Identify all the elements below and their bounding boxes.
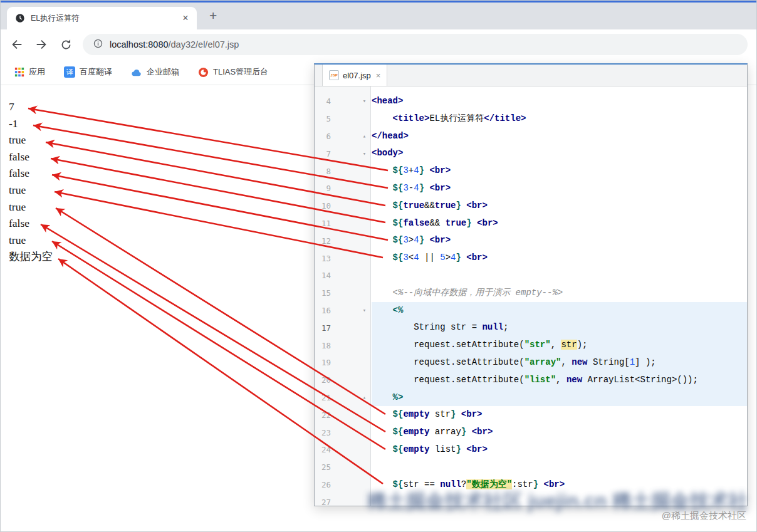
- code-line-4[interactable]: 4▾<head>: [315, 93, 747, 110]
- gutter-cell: 12: [315, 232, 372, 249]
- code-text: ${empty array} <br>: [372, 424, 747, 441]
- output-line: true: [9, 199, 53, 216]
- gutter-cell: 24: [315, 441, 372, 459]
- gutter-cell: 11: [315, 215, 372, 232]
- gutter-cell: 26: [315, 476, 372, 494]
- bookmark-label: TLIAS管理后台: [213, 66, 268, 78]
- code-line-21[interactable]: 21▴ %>: [315, 389, 747, 407]
- page-info-icon[interactable]: [93, 38, 103, 51]
- reload-button[interactable]: [58, 37, 73, 52]
- forward-button[interactable]: [34, 37, 49, 52]
- code-line-14[interactable]: 14: [315, 267, 747, 284]
- line-number: 23: [320, 428, 331, 437]
- code-text: <head>: [372, 93, 747, 110]
- gutter-cell: 16▾: [315, 302, 372, 320]
- page-favicon-icon: [15, 13, 25, 23]
- line-number: 12: [320, 236, 331, 246]
- code-line-24[interactable]: 24 ${empty list} <br>: [315, 441, 747, 459]
- code-text: <%--向域中存数据，用于演示 empty--%>: [372, 284, 747, 302]
- code-line-15[interactable]: 15 <%--向域中存数据，用于演示 empty--%>: [315, 284, 747, 302]
- fold-marker-icon[interactable]: ▾: [361, 98, 368, 105]
- line-number: 27: [320, 498, 331, 506]
- gutter-cell: 17: [315, 319, 372, 336]
- gutter-cell: 19: [315, 354, 372, 372]
- code-line-13[interactable]: 13 ${3<4 || 5>4} <br>: [315, 249, 747, 267]
- code-line-19[interactable]: 19 request.setAttribute("array", new Str…: [315, 354, 747, 372]
- line-number: 8: [320, 167, 331, 176]
- code-text: <body>: [372, 145, 747, 162]
- code-line-16[interactable]: 16▾ <%: [315, 302, 747, 320]
- bookmark-enterprise-mail[interactable]: 企业邮箱: [131, 66, 179, 78]
- url-host: localhost:8080: [110, 39, 169, 50]
- back-button[interactable]: [9, 37, 24, 52]
- gutter-cell: 23: [315, 424, 372, 441]
- code-line-11[interactable]: 11 ${false&& true} <br>: [315, 215, 747, 232]
- line-number: 14: [320, 271, 331, 280]
- code-line-9[interactable]: 9 ${3-4} <br>: [315, 180, 747, 197]
- tab-close-icon[interactable]: ×: [179, 13, 192, 24]
- editor[interactable]: 4▾<head>5 <title>EL执行运算符</title>6▴</head…: [315, 86, 747, 506]
- code-line-22[interactable]: 22 ${empty str} <br>: [315, 406, 747, 424]
- code-line-20[interactable]: 20 request.setAttribute("list", new Arra…: [315, 372, 747, 389]
- baidu-translate-icon: 译: [64, 66, 75, 78]
- code-line-23[interactable]: 23 ${empty array} <br>: [315, 424, 747, 441]
- code-line-7[interactable]: 7▾<body>: [315, 145, 747, 162]
- code-text: ${empty str} <br>: [372, 406, 747, 424]
- fold-marker-icon[interactable]: ▴: [361, 133, 368, 140]
- line-number: 22: [320, 410, 331, 420]
- bookmark-apps[interactable]: 应用: [14, 66, 45, 78]
- code-line-5[interactable]: 5 <title>EL执行运算符</title>: [315, 110, 747, 128]
- tlias-icon: [198, 67, 209, 78]
- ide-tab-bar: JSP el07.jsp ×: [315, 65, 747, 86]
- code-text: [372, 459, 747, 476]
- code-line-25[interactable]: 25: [315, 459, 747, 476]
- bookmark-baidu-translate[interactable]: 译 百度翻译: [64, 66, 112, 78]
- code-text: ${3<4 || 5>4} <br>: [372, 249, 747, 267]
- code-text: ${3+4} <br>: [372, 162, 747, 180]
- code-text: <title>EL执行运算符</title>: [372, 110, 747, 128]
- gutter-cell: 14: [315, 267, 372, 284]
- gutter-cell: 8: [315, 162, 372, 180]
- code-text: ${true&&true} <br>: [372, 197, 747, 215]
- ide-tab-close-icon[interactable]: ×: [376, 71, 381, 80]
- ide-tab-label: el07.jsp: [343, 71, 371, 80]
- code-line-10[interactable]: 10 ${true&&true} <br>: [315, 197, 747, 215]
- gutter-cell: 4▾: [315, 93, 372, 110]
- code-text: request.setAttribute("list", new ArrayLi…: [372, 372, 747, 389]
- output-line: false: [9, 165, 53, 182]
- code-text: request.setAttribute("str", str);: [372, 336, 747, 354]
- ide-tab-el07[interactable]: JSP el07.jsp ×: [322, 65, 387, 86]
- code-text: <%: [372, 302, 747, 320]
- gutter-cell: 27: [315, 493, 372, 506]
- line-number: 13: [320, 254, 331, 263]
- editor-scrollbar[interactable]: [741, 86, 747, 506]
- output-line: true: [9, 182, 53, 199]
- code-line-17[interactable]: 17 String str = null;: [315, 319, 747, 336]
- new-tab-button[interactable]: +: [209, 8, 217, 23]
- line-number: 18: [320, 341, 331, 350]
- fold-marker-icon[interactable]: ▾: [361, 150, 368, 157]
- code-line-18[interactable]: 18 request.setAttribute("str", str);: [315, 336, 747, 354]
- gutter-cell: 21▴: [315, 389, 372, 407]
- code-line-8[interactable]: 8 ${3+4} <br>: [315, 162, 747, 180]
- gutter-cell: 18: [315, 336, 372, 354]
- line-number: 20: [320, 375, 331, 385]
- fold-marker-icon[interactable]: ▾: [361, 307, 368, 314]
- code-line-12[interactable]: 12 ${3>4} <br>: [315, 232, 747, 249]
- gutter-cell: 13: [315, 249, 372, 267]
- fold-marker-icon[interactable]: ▴: [361, 394, 368, 401]
- gutter-cell: 22: [315, 406, 372, 424]
- code-text: ${3-4} <br>: [372, 180, 747, 197]
- browser-tab[interactable]: EL执行运算符 ×: [7, 7, 197, 29]
- gutter-cell: 20: [315, 372, 372, 389]
- line-number: 4: [320, 96, 331, 106]
- code-text: String str = null;: [372, 319, 747, 336]
- gutter-cell: 15: [315, 284, 372, 302]
- line-number: 24: [320, 445, 331, 454]
- output-line: 数据为空: [9, 248, 53, 265]
- bookmark-tlias[interactable]: TLIAS管理后台: [198, 66, 268, 78]
- bookmark-label: 应用: [29, 66, 45, 78]
- address-bar[interactable]: localhost:8080/day32/el/el07.jsp: [83, 34, 748, 55]
- line-number: 26: [320, 480, 331, 489]
- code-line-6[interactable]: 6▴</head>: [315, 128, 747, 145]
